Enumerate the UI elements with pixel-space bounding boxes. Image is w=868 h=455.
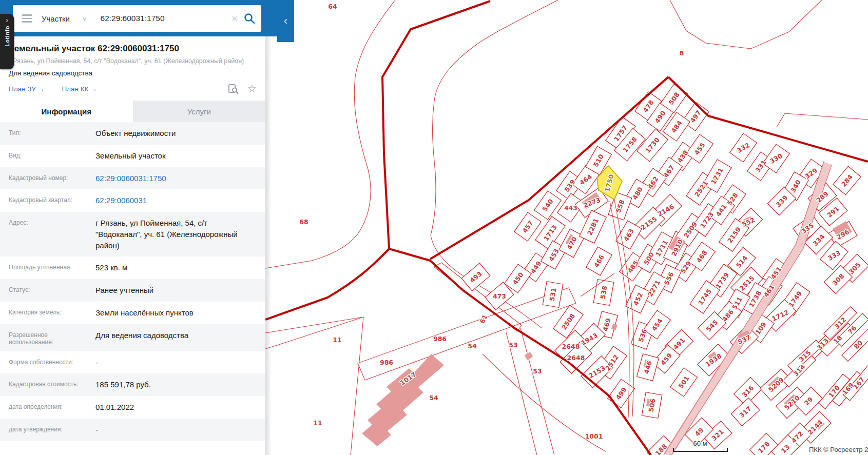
pkk-app: 6486811119869865454535361101710011750493…: [0, 0, 868, 455]
attribute-table: Тип:Объект недвижимости Вид:Земельный уч…: [0, 122, 265, 441]
menu-icon[interactable]: [22, 14, 32, 23]
parcel-label: 443: [564, 204, 577, 212]
header-bar: Участки ∨ ×: [0, 0, 294, 36]
table-row: Кадастровый квартал:62:29:0060031: [0, 189, 265, 212]
table-row: Адрес:г Рязань, ул Пойменная, 54, с/т "В…: [0, 212, 265, 256]
scale-label: 60 м: [693, 440, 707, 447]
table-row: Тип:Объект недвижимости: [0, 122, 265, 145]
table-row: дата утверждения:-: [0, 419, 265, 441]
parcel-label: 53: [533, 367, 542, 375]
plan-zu-link[interactable]: План ЗУ→: [9, 85, 44, 93]
search-box: Участки ∨ ×: [13, 5, 261, 32]
cadastral-quarter-link[interactable]: 62:29:0060031: [87, 195, 152, 206]
parcel-label: 54: [468, 342, 477, 350]
parcel-label: 2648: [562, 343, 580, 350]
table-row: Кадастровый номер:62:29:0060031:1750: [0, 167, 265, 190]
table-row: Площадь уточненная:523 кв. м: [0, 256, 265, 279]
parcel-label: 8: [680, 49, 684, 57]
parcel-label: 53: [509, 341, 517, 349]
table-row: Статус:Ранее учтенный: [0, 279, 265, 302]
clear-icon[interactable]: ×: [232, 13, 238, 25]
cadastral-number-link[interactable]: 62:29:0060031:1750: [87, 173, 171, 184]
table-row: Форма собственности:-: [0, 351, 265, 374]
parcel-label: 473: [493, 292, 506, 300]
chevron-down-icon[interactable]: ∨: [82, 15, 87, 23]
table-row: Категория земель:Земли населённых пункто…: [0, 302, 265, 324]
page-title: Земельный участок 62:29:0060031:1750: [9, 44, 257, 54]
table-row: дата определения:01.01.2022: [0, 396, 265, 419]
plan-kk-link[interactable]: План КК→: [62, 85, 97, 93]
table-row: Кадастровая стоимость:185 591,78 руб.: [0, 373, 265, 396]
parcel-label: 54: [429, 394, 438, 402]
collapse-panel-button[interactable]: ‹: [277, 0, 294, 42]
parcel-usage: Для ведения садоводства: [9, 69, 257, 77]
parcel-label: 64: [328, 3, 337, 10]
search-input[interactable]: [100, 13, 232, 24]
parcel-address-subtitle: г Рязань, ул Пойменная, 54, с/т "Водокан…: [9, 57, 257, 65]
lotinfo-arrow-icon: ›: [6, 16, 8, 24]
map-attribution: ПКК © Росреестр 2: [809, 446, 868, 453]
parcel-info-panel: Земельный участок 62:29:0060031:1750 г Р…: [0, 36, 265, 455]
layer-selector[interactable]: Участки: [42, 14, 70, 23]
lotinfo-label: Lotinfo: [4, 26, 10, 47]
zoom-to-object-icon[interactable]: [228, 84, 239, 94]
panel-tabs: Информация Услуги: [0, 101, 265, 122]
tab-services[interactable]: Услуги: [133, 101, 266, 122]
parcel-label: 986: [433, 335, 447, 343]
tab-information[interactable]: Информация: [0, 101, 133, 122]
parcel-label: 2648: [567, 354, 585, 362]
parcel-label: 11: [313, 419, 322, 427]
favorite-star-icon[interactable]: ☆: [247, 84, 257, 94]
parcel-label: 11: [333, 336, 341, 344]
table-row: Вид:Земельный участок: [0, 145, 265, 167]
parcel-label: 68: [299, 218, 308, 226]
cadastral-map[interactable]: 6486811119869865454535361101710011750493…: [265, 0, 868, 455]
parcel-label: 1001: [585, 432, 603, 440]
parcel-label: 986: [380, 359, 393, 366]
table-row: Разрешенное использование:Для ведения са…: [0, 324, 265, 351]
search-icon[interactable]: [244, 13, 255, 24]
parcel-label: 61: [478, 313, 489, 325]
lotinfo-extension-tab[interactable]: › Lotinfo: [0, 14, 14, 69]
